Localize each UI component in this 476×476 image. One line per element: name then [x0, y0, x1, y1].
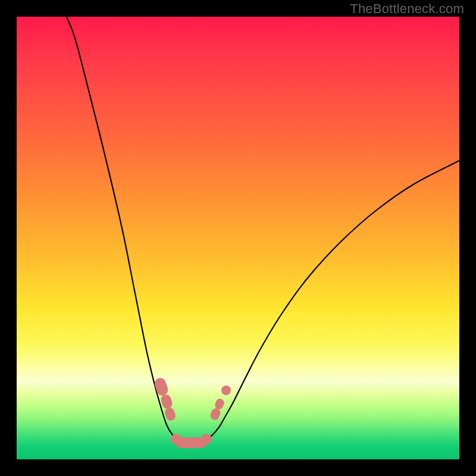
- watermark-text: TheBottleneck.com: [350, 1, 464, 17]
- curve-marker: [221, 386, 231, 395]
- curve-marker: [159, 393, 174, 410]
- curve-marker: [153, 377, 169, 397]
- bottleneck-curve: [17, 17, 459, 459]
- curve-marker: [201, 434, 212, 444]
- curve-path: [61, 17, 459, 445]
- curve-markers: [153, 377, 231, 448]
- curve-marker: [171, 434, 181, 444]
- curve-marker: [164, 406, 177, 422]
- bottom-green-band: [17, 457, 459, 459]
- plot-area: [17, 17, 459, 459]
